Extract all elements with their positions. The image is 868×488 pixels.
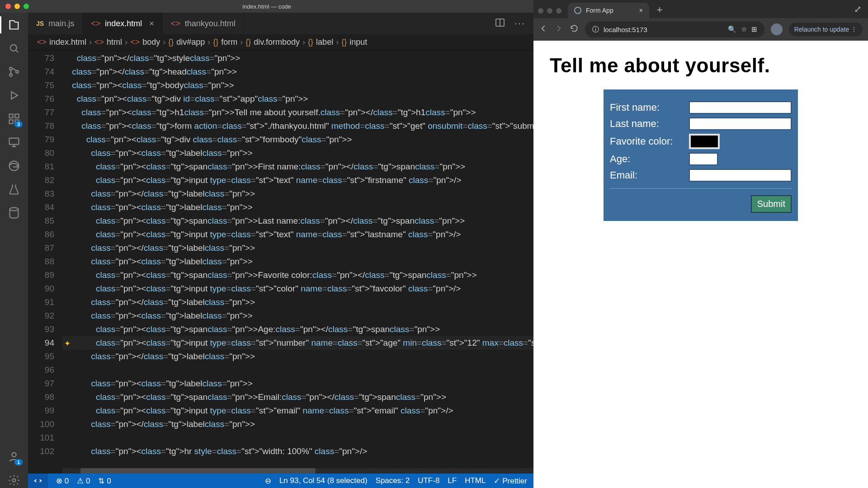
crumb[interactable]: index.html	[49, 38, 86, 47]
tab-indexhtml[interactable]: <>index.html×	[83, 13, 163, 34]
vscode-window: index.html — code 3 1 JSmain.js	[0, 0, 533, 488]
extensions-badge: 3	[14, 121, 23, 127]
close-icon[interactable]: ×	[149, 19, 154, 28]
eol-status[interactable]: LF	[448, 476, 457, 485]
back-button[interactable]	[539, 24, 548, 35]
indent-status[interactable]: Spaces: 2	[376, 476, 410, 485]
source-control-icon[interactable]	[6, 64, 22, 80]
split-editor-icon[interactable]	[495, 17, 505, 30]
problems-warnings[interactable]: ⚠ 0	[77, 476, 90, 486]
bookmark-star-icon[interactable]: ☆	[741, 25, 747, 33]
firstname-input[interactable]	[689, 101, 792, 114]
settings-gear-icon[interactable]	[6, 473, 22, 488]
site-icon	[574, 7, 581, 14]
minimize-window-icon[interactable]	[14, 4, 20, 9]
lightbulb-icon[interactable]: ✦	[64, 337, 71, 351]
remote-indicator-icon[interactable]	[28, 474, 48, 488]
account-icon[interactable]: 1	[6, 449, 22, 465]
js-file-icon: JS	[36, 20, 44, 27]
horizontal-scrollbar[interactable]	[62, 468, 533, 474]
html-file-icon: <>	[91, 19, 100, 28]
cursor-position[interactable]: Ln 93, Col 54 (8 selected)	[279, 476, 368, 485]
tab-mainjs[interactable]: JSmain.js	[28, 13, 83, 34]
zoom-window-icon[interactable]	[24, 4, 29, 9]
crumb[interactable]: div.formbody	[254, 38, 300, 47]
edge-icon[interactable]	[6, 158, 22, 174]
crumb[interactable]: div#app	[176, 38, 205, 47]
brace-icon: {}	[308, 38, 313, 47]
extensions-icon[interactable]: 3	[6, 111, 22, 127]
svg-point-10	[10, 207, 19, 211]
svg-rect-6	[9, 120, 13, 123]
reload-button[interactable]	[570, 24, 579, 35]
testing-icon[interactable]	[6, 182, 22, 197]
submit-button[interactable]: Submit	[751, 195, 792, 213]
zoom-out-icon[interactable]: ⊖	[265, 476, 271, 486]
address-bar[interactable]: ⓘ localhost:5173 🔍 ☆ ⊞	[585, 21, 764, 38]
svg-point-1	[9, 67, 12, 70]
email-input[interactable]	[689, 169, 792, 182]
crumb[interactable]: form	[221, 38, 237, 47]
breadcrumbs[interactable]: <>index.html› <>html› <>body› {}div#app›…	[28, 34, 533, 51]
site-info-icon[interactable]: ⓘ	[592, 25, 599, 34]
chrome-window: Form App × ＋ ⤢ ⓘ localhost:5173 🔍 ☆ ⊞	[533, 0, 868, 488]
label-email: Email:	[610, 169, 689, 181]
browser-tab[interactable]: Form App ×	[568, 3, 649, 18]
tab-label: index.html	[105, 19, 142, 28]
search-icon[interactable]	[6, 41, 22, 56]
explorer-icon[interactable]	[6, 17, 22, 33]
tab-label: thankyou.html	[185, 19, 236, 28]
form-card: First name: Last name: Favorite color: A…	[604, 89, 798, 221]
run-debug-icon[interactable]	[6, 88, 22, 103]
tag-icon: <>	[94, 38, 104, 47]
crumb[interactable]: label	[316, 38, 333, 47]
label-age: Age:	[610, 153, 689, 165]
brace-icon: {}	[168, 38, 174, 47]
new-tab-button[interactable]: ＋	[655, 3, 665, 16]
prettier-status[interactable]: ✓ Prettier	[494, 476, 527, 486]
zoom-window-icon[interactable]	[556, 8, 561, 14]
editor-tabs: JSmain.js <>index.html× <>thankyou.html …	[28, 13, 533, 34]
tab-thankyou[interactable]: <>thankyou.html	[163, 13, 244, 34]
brace-icon: {}	[213, 38, 218, 47]
problems-errors[interactable]: ⊗ 0	[56, 476, 69, 486]
minimize-window-icon[interactable]	[547, 8, 552, 14]
html-file-icon: <>	[171, 19, 180, 28]
status-bar: ⊗ 0 ⚠ 0 ⇅ 0 ⊖ Ln 93, Col 54 (8 selected)…	[28, 474, 533, 488]
svg-point-11	[12, 453, 16, 457]
language-mode[interactable]: HTML	[465, 476, 486, 485]
lastname-input[interactable]	[689, 117, 792, 130]
install-app-icon[interactable]: ⊞	[751, 25, 757, 33]
expand-window-icon[interactable]: ⤢	[854, 4, 862, 14]
account-badge: 1	[14, 459, 23, 465]
forward-button[interactable]	[554, 24, 563, 35]
age-input[interactable]	[689, 153, 718, 165]
tag-icon: <>	[130, 38, 140, 47]
zoom-icon[interactable]: 🔍	[728, 25, 736, 33]
favcolor-input[interactable]	[689, 134, 720, 149]
encoding-status[interactable]: UTF-8	[418, 476, 439, 485]
crumb[interactable]: body	[142, 38, 160, 47]
crumb[interactable]: input	[349, 38, 367, 47]
close-tab-icon[interactable]: ×	[639, 7, 643, 14]
relaunch-button[interactable]: Relaunch to update ⋮	[789, 23, 863, 36]
svg-point-2	[9, 74, 12, 76]
titlebar: index.html — code	[0, 0, 533, 13]
crumb[interactable]: html	[107, 38, 122, 47]
profile-avatar[interactable]	[771, 23, 783, 35]
label-last: Last name:	[610, 118, 689, 130]
brace-icon: {}	[245, 38, 251, 47]
close-window-icon[interactable]	[538, 8, 543, 14]
more-actions-icon[interactable]: ···	[514, 18, 525, 29]
label-first: First name:	[610, 102, 689, 113]
url-text: localhost:5173	[604, 26, 647, 33]
database-icon[interactable]	[6, 205, 22, 221]
code-editor[interactable]: 7374757677787980818283848586878889909192…	[28, 51, 533, 474]
ports-status[interactable]: ⇅ 0	[98, 476, 111, 486]
window-title: index.html — code	[242, 3, 291, 10]
browser-toolbar: ⓘ localhost:5173 🔍 ☆ ⊞ Relaunch to updat…	[533, 18, 868, 41]
close-window-icon[interactable]	[5, 4, 11, 9]
remote-explorer-icon[interactable]	[6, 135, 22, 150]
svg-rect-5	[15, 114, 19, 118]
svg-rect-8	[9, 138, 19, 145]
